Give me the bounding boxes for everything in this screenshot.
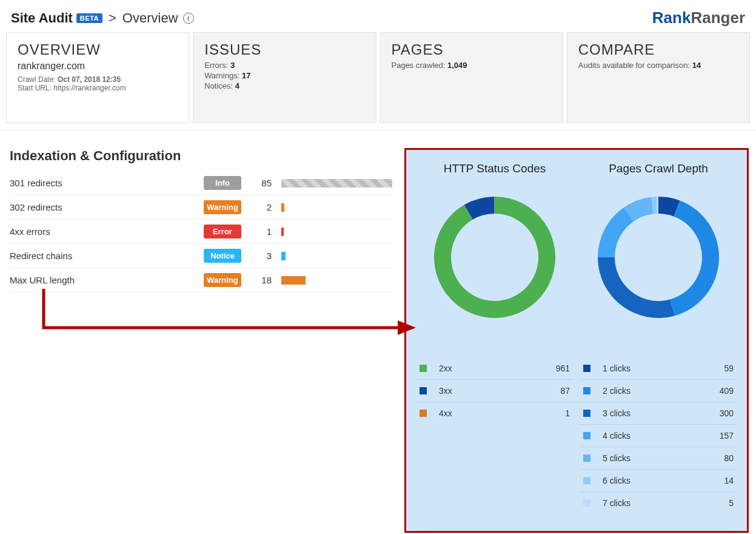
overview-domain: rankranger.com xyxy=(18,61,178,72)
legend-value: 157 xyxy=(703,431,734,441)
depth-donut xyxy=(595,194,722,321)
legend-label: 3 clicks xyxy=(603,408,703,418)
audit-label: 301 redirects xyxy=(10,178,204,188)
audit-label: 302 redirects xyxy=(10,202,204,212)
audit-row[interactable]: 4xx errorsError1 xyxy=(10,220,392,244)
audit-count: 2 xyxy=(241,202,281,212)
severity-badge: Notice xyxy=(204,249,241,263)
audit-row[interactable]: 301 redirectsInfo85 xyxy=(10,171,392,195)
legend-swatch xyxy=(583,455,590,462)
breadcrumb: Site Audit BETA > Overview i xyxy=(11,10,194,26)
breadcrumb-app[interactable]: Site Audit xyxy=(11,10,73,26)
http-legend: 2xx9613xx874xx1 xyxy=(416,357,574,424)
legend-swatch xyxy=(420,365,427,372)
legend-label: 2xx xyxy=(439,363,540,373)
audit-row[interactable]: Redirect chainsNotice3 xyxy=(10,244,392,268)
indexation-section: Indexation & Configuration 301 redirects… xyxy=(10,148,392,292)
panel-issues-title: ISSUES xyxy=(204,41,364,58)
legend-row[interactable]: 2 clicks409 xyxy=(580,380,737,402)
overview-crawl-date: Crawl Date: Oct 07, 2018 12:35 xyxy=(18,75,178,84)
charts-panel: HTTP Status Codes 2xx9613xx874xx1 Pages … xyxy=(404,148,749,533)
audit-bar xyxy=(281,228,392,236)
http-donut xyxy=(431,194,558,321)
legend-row[interactable]: 1 clicks59 xyxy=(580,357,737,380)
legend-swatch xyxy=(583,410,590,417)
http-chart-title: HTTP Status Codes xyxy=(416,162,574,175)
legend-value: 80 xyxy=(703,453,734,463)
panel-compare[interactable]: COMPARE Audits available for comparison:… xyxy=(567,32,750,123)
legend-label: 5 clicks xyxy=(603,453,703,463)
legend-swatch xyxy=(420,387,427,394)
legend-label: 4xx xyxy=(439,408,540,418)
summary-panels: OVERVIEW rankranger.com Crawl Date: Oct … xyxy=(0,32,756,131)
legend-value: 87 xyxy=(540,386,570,396)
legend-swatch xyxy=(583,499,590,507)
legend-label: 4 clicks xyxy=(603,431,703,441)
legend-row[interactable]: 4xx1 xyxy=(416,402,574,424)
http-status-chart: HTTP Status Codes 2xx9613xx874xx1 xyxy=(416,162,574,514)
legend-swatch xyxy=(583,387,590,394)
legend-row[interactable]: 6 clicks14 xyxy=(580,470,737,492)
legend-row[interactable]: 5 clicks80 xyxy=(580,447,737,470)
legend-swatch xyxy=(583,365,590,372)
panel-pages[interactable]: PAGES Pages crawled: 1,049 xyxy=(380,32,563,123)
breadcrumb-page[interactable]: Overview xyxy=(122,10,178,26)
panel-pages-title: PAGES xyxy=(392,41,552,58)
legend-value: 5 xyxy=(703,498,734,508)
audit-count: 1 xyxy=(241,226,281,237)
panel-issues[interactable]: ISSUES Errors: 3 Warnings: 17 Notices: 4 xyxy=(193,32,376,123)
audit-label: Redirect chains xyxy=(10,251,204,261)
audit-count: 3 xyxy=(241,251,281,261)
audit-count: 18 xyxy=(241,275,281,285)
severity-badge: Error xyxy=(204,225,241,238)
audit-bar xyxy=(281,203,392,212)
info-icon[interactable]: i xyxy=(183,13,194,24)
severity-badge: Warning xyxy=(204,200,241,214)
legend-row[interactable]: 4 clicks157 xyxy=(580,425,737,447)
legend-swatch xyxy=(583,477,590,484)
legend-row[interactable]: 2xx961 xyxy=(416,357,574,380)
legend-row[interactable]: 3 clicks300 xyxy=(580,402,737,425)
legend-row[interactable]: 7 clicks5 xyxy=(580,492,737,514)
panel-overview[interactable]: OVERVIEW rankranger.com Crawl Date: Oct … xyxy=(6,32,189,123)
annotation-arrow-icon xyxy=(40,289,416,350)
legend-label: 6 clicks xyxy=(603,476,703,485)
audit-row[interactable]: Max URL lengthWarning18 xyxy=(10,268,392,292)
legend-swatch xyxy=(583,432,590,439)
legend-label: 3xx xyxy=(439,386,540,396)
legend-value: 961 xyxy=(540,363,570,373)
logo[interactable]: RankRanger xyxy=(652,8,745,27)
indexation-title: Indexation & Configuration xyxy=(10,148,392,164)
legend-row[interactable]: 3xx87 xyxy=(416,380,574,402)
depth-chart-title: Pages Crawl Depth xyxy=(580,162,737,175)
audit-label: Max URL length xyxy=(10,275,204,285)
beta-badge: BETA xyxy=(76,13,102,23)
legend-swatch xyxy=(420,410,427,417)
audit-bar xyxy=(281,276,392,285)
legend-value: 14 xyxy=(703,476,734,485)
legend-value: 300 xyxy=(703,408,734,418)
legend-label: 1 clicks xyxy=(603,363,703,373)
overview-start-url: Start URL: https://rankranger.com xyxy=(18,84,178,92)
legend-value: 1 xyxy=(540,408,570,418)
audit-row[interactable]: 302 redirectsWarning2 xyxy=(10,195,392,220)
severity-badge: Warning xyxy=(204,273,241,287)
depth-legend: 1 clicks592 clicks4093 clicks3004 clicks… xyxy=(580,357,737,514)
severity-badge: Info xyxy=(204,176,241,190)
legend-value: 59 xyxy=(703,363,734,373)
audit-label: 4xx errors xyxy=(10,226,204,237)
legend-label: 7 clicks xyxy=(603,498,703,508)
panel-overview-title: OVERVIEW xyxy=(18,41,178,58)
breadcrumb-sep: > xyxy=(109,10,116,26)
audit-count: 85 xyxy=(241,178,281,188)
depth-chart: Pages Crawl Depth 1 clicks592 clicks4093… xyxy=(580,162,737,514)
panel-compare-title: COMPARE xyxy=(578,41,738,58)
audit-bar xyxy=(281,179,392,188)
audit-bar xyxy=(281,252,392,260)
legend-label: 2 clicks xyxy=(603,386,703,396)
legend-value: 409 xyxy=(703,386,734,396)
